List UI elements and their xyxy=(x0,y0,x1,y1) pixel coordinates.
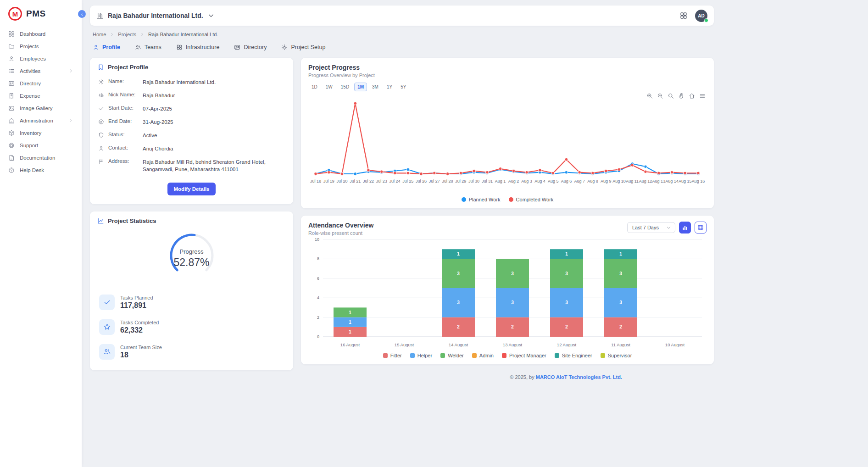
svg-text:4: 4 xyxy=(317,295,319,300)
teams-icon xyxy=(135,44,141,50)
helpdesk-icon xyxy=(8,167,15,173)
svg-text:2: 2 xyxy=(511,324,514,329)
view-toggle-bar-chart[interactable] xyxy=(679,222,691,234)
tab-teams[interactable]: Teams xyxy=(135,44,161,50)
zoom-in-icon[interactable] xyxy=(646,93,653,99)
sidebar-item-expense[interactable]: Expense xyxy=(0,89,82,102)
directory-icon xyxy=(234,44,240,50)
company-link[interactable]: MARCO AIoT Technologies Pvt. Ltd. xyxy=(536,374,622,380)
sidebar-item-administration[interactable]: Administration xyxy=(0,114,82,127)
sidebar-item-image-gallery[interactable]: Image Gallery xyxy=(0,102,82,114)
breadcrumb-item-raja-bahadur-international-ltd[interactable]: Raja Bahadur International Ltd. xyxy=(148,32,218,37)
date-range-value: Last 7 Days xyxy=(632,225,659,230)
users-icon xyxy=(99,344,115,360)
svg-text:Aug 14: Aug 14 xyxy=(665,179,679,183)
profile-field-nick-name: Nick Name:Raja Bahadur xyxy=(97,89,286,102)
sidebar-item-dashboard[interactable]: Dashboard xyxy=(0,28,82,40)
copyright-text: © 2025, by xyxy=(510,374,535,380)
range-button-5y[interactable]: 5Y xyxy=(397,83,409,91)
legend-marker xyxy=(555,353,559,358)
legend-marker xyxy=(601,353,605,358)
menu-icon[interactable] xyxy=(699,93,706,99)
date-range-select[interactable]: Last 7 Days xyxy=(627,222,675,233)
range-button-15d[interactable]: 15D xyxy=(338,83,352,91)
company-selector[interactable]: Raja Bahadur International Ltd. xyxy=(96,12,215,19)
svg-text:Jul 28: Jul 28 xyxy=(442,179,453,183)
field-value: Raja Bahadur International Ltd. xyxy=(143,78,216,86)
sidebar-item-label: Documentation xyxy=(20,155,55,161)
range-button-1y[interactable]: 1Y xyxy=(384,83,395,91)
statistics-list: Tasks Planned117,891Tasks Completed62,33… xyxy=(97,290,286,364)
sidebar-collapse-button[interactable]: ‹ xyxy=(78,10,86,18)
legend-item-supervisor[interactable]: Supervisor xyxy=(601,353,632,358)
breadcrumb: HomeProjectsRaja Bahadur International L… xyxy=(93,32,714,37)
tab-project-setup[interactable]: Project Setup xyxy=(281,44,325,50)
legend-item-planned-work[interactable]: Planned Work xyxy=(462,197,501,202)
legend-item-project-manager[interactable]: Project Manager xyxy=(502,353,546,358)
profile-icon xyxy=(93,44,99,50)
range-button-3m[interactable]: 3M xyxy=(369,83,382,91)
legend-item-completed-work[interactable]: Completed Work xyxy=(509,197,554,202)
sidebar-item-label: Expense xyxy=(20,93,40,99)
svg-text:10: 10 xyxy=(315,237,319,242)
legend-label: Helper xyxy=(417,353,432,358)
legend-item-fitter[interactable]: Fitter xyxy=(383,353,402,358)
field-value: Raja Bahadur xyxy=(143,92,175,99)
profile-field-status: Status:Active xyxy=(97,128,286,142)
apps-grid-icon[interactable] xyxy=(679,11,688,20)
view-toggle-table[interactable] xyxy=(695,222,707,234)
legend-item-site-engineer[interactable]: Site Engineer xyxy=(555,353,592,358)
company-name: Raja Bahadur International Ltd. xyxy=(108,12,203,19)
app-logo[interactable]: M PMS xyxy=(0,6,82,28)
progress-line-chart[interactable]: Jul 18Jul 19Jul 20Jul 21Jul 22Jul 23Jul … xyxy=(308,91,706,195)
range-button-1d[interactable]: 1D xyxy=(308,83,321,91)
sidebar-item-support[interactable]: Support xyxy=(0,139,82,151)
sidebar-item-help-desk[interactable]: Help Desk xyxy=(0,164,82,176)
range-button-1m[interactable]: 1M xyxy=(354,83,367,91)
breadcrumb-item-home[interactable]: Home xyxy=(93,32,106,37)
attendance-overview-card: Attendance Overview Role-wise present co… xyxy=(301,216,714,364)
selection-zoom-icon[interactable] xyxy=(668,93,674,99)
modify-details-button[interactable]: Modify Details xyxy=(167,183,216,195)
sidebar-item-directory[interactable]: Directory xyxy=(0,77,82,89)
sidebar-item-label: Inventory xyxy=(20,130,41,136)
legend-item-welder[interactable]: Welder xyxy=(440,353,464,358)
svg-text:Aug 3: Aug 3 xyxy=(521,179,532,183)
svg-text:Aug 10: Aug 10 xyxy=(612,179,626,183)
legend-item-admin[interactable]: Admin xyxy=(472,353,494,358)
home-icon[interactable] xyxy=(689,93,695,99)
svg-text:0: 0 xyxy=(317,334,319,339)
attendance-bar-chart[interactable]: 024681016 August11115 August14 August233… xyxy=(308,236,706,350)
field-label: Nick Name: xyxy=(108,92,139,97)
breadcrumb-item-projects[interactable]: Projects xyxy=(118,32,136,37)
stat-tasks-completed: Tasks Completed62,332 xyxy=(97,315,286,339)
svg-text:3: 3 xyxy=(457,300,460,305)
avatar[interactable]: AD xyxy=(695,10,707,22)
svg-text:3: 3 xyxy=(511,300,514,305)
pan-icon[interactable] xyxy=(678,93,684,99)
range-button-1w[interactable]: 1W xyxy=(323,83,336,91)
sidebar-item-activities[interactable]: Activities xyxy=(0,65,82,77)
svg-text:Jul 21: Jul 21 xyxy=(350,179,361,183)
sidebar-item-employees[interactable]: Employees xyxy=(0,52,82,65)
svg-text:Aug 2: Aug 2 xyxy=(508,179,519,183)
bookmark-icon xyxy=(97,64,104,71)
sidebar-item-documentation[interactable]: Documentation xyxy=(0,151,82,164)
svg-text:2: 2 xyxy=(565,324,568,329)
svg-text:1: 1 xyxy=(349,329,351,334)
profile-fields: Name:Raja Bahadur International Ltd.Nick… xyxy=(97,75,286,176)
statistics-card-title: Project Statistics xyxy=(108,217,156,224)
stat-tasks-planned: Tasks Planned117,891 xyxy=(97,290,286,315)
tab-infrastructure[interactable]: Infrastructure xyxy=(176,44,220,50)
sidebar-item-inventory[interactable]: Inventory xyxy=(0,127,82,139)
field-label: Address: xyxy=(108,158,139,164)
tab-profile[interactable]: Profile xyxy=(93,44,120,50)
zoom-out-icon[interactable] xyxy=(657,93,663,99)
tab-directory[interactable]: Directory xyxy=(234,44,267,50)
legend-item-helper[interactable]: Helper xyxy=(410,353,432,358)
attendance-subtitle: Role-wise present count xyxy=(308,230,373,236)
svg-text:15 August: 15 August xyxy=(395,342,414,347)
tab-label: Directory xyxy=(244,44,267,50)
legend-marker xyxy=(502,353,506,358)
sidebar-item-projects[interactable]: Projects xyxy=(0,40,82,52)
